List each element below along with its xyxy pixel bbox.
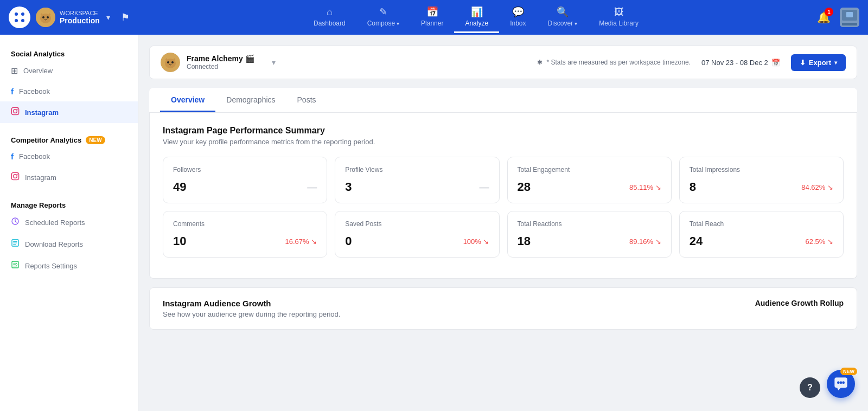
account-bar: Frame Alchemy 🎬 Connected ▾ ✱ * Stats ar… bbox=[149, 46, 857, 79]
svg-point-26 bbox=[171, 61, 174, 63]
export-button[interactable]: ⬇ Export ▾ bbox=[791, 54, 846, 71]
sidebar-section-manage-reports: Manage Reports bbox=[0, 197, 138, 211]
metric-card-total-engagement: Total Engagement 28 85.11% ↘ bbox=[507, 157, 672, 203]
metric-card-profile-views: Profile Views 3 — bbox=[335, 157, 499, 203]
overview-icon: ⊞ bbox=[11, 66, 18, 76]
sidebar-item-overview[interactable]: ⊞ Overview bbox=[0, 60, 138, 81]
date-range-picker[interactable]: 07 Nov 23 - 08 Dec 2 📅 bbox=[701, 59, 780, 67]
nav-item-inbox[interactable]: 💬 Inbox bbox=[499, 2, 537, 33]
audience-section: Instagram Audience Growth See how your a… bbox=[149, 287, 857, 330]
svg-point-1 bbox=[21, 12, 24, 16]
workspace-selector[interactable]: WORKSPACE Production ▾ bbox=[36, 8, 110, 27]
main-layout: Social Analytics ⊞ Overview f Facebook I… bbox=[0, 35, 868, 411]
sidebar-item-reports-settings[interactable]: Reports Settings bbox=[0, 255, 138, 277]
nav-item-dashboard[interactable]: ⌂ Dashboard bbox=[303, 2, 356, 33]
flag-icon[interactable]: ⚑ bbox=[121, 11, 130, 23]
account-info: Frame Alchemy 🎬 Connected bbox=[187, 54, 254, 70]
facebook-icon: f bbox=[11, 87, 14, 96]
svg-point-32 bbox=[842, 381, 845, 384]
comp-instagram-icon bbox=[11, 172, 20, 183]
top-navigation: WORKSPACE Production ▾ ⚑ ⌂ Dashboard ✎ C… bbox=[0, 0, 868, 35]
discover-icon: 🔍 bbox=[557, 6, 569, 18]
svg-point-0 bbox=[15, 12, 18, 16]
account-meta: ✱ * Stats are measured as per workspace … bbox=[537, 59, 691, 66]
help-bubble[interactable]: ? bbox=[800, 377, 820, 398]
nav-item-compose[interactable]: ✎ Compose ▾ bbox=[356, 2, 410, 33]
sidebar-item-facebook[interactable]: f Facebook bbox=[0, 81, 138, 101]
nav-item-discover[interactable]: 🔍 Discover ▾ bbox=[537, 2, 589, 33]
inbox-icon: 💬 bbox=[512, 6, 524, 18]
sidebar-section-social-analytics: Social Analytics bbox=[0, 46, 138, 60]
account-avatar bbox=[161, 53, 180, 72]
svg-rect-13 bbox=[846, 12, 853, 17]
help-icon: ? bbox=[807, 383, 813, 393]
notification-bell[interactable]: 🔔 1 bbox=[814, 8, 833, 27]
comp-facebook-icon: f bbox=[11, 152, 14, 161]
reports-settings-icon bbox=[11, 260, 20, 271]
nav-items: ⌂ Dashboard ✎ Compose ▾ 📅 Planner 📊 Anal… bbox=[138, 2, 814, 33]
tab-overview[interactable]: Overview bbox=[160, 88, 215, 112]
tab-demographics[interactable]: Demographics bbox=[215, 88, 286, 112]
analyze-icon: 📊 bbox=[471, 6, 483, 18]
account-chevron-icon: ▾ bbox=[272, 58, 276, 67]
nav-right-actions: 🔔 1 bbox=[814, 8, 859, 27]
svg-point-25 bbox=[167, 61, 169, 63]
sidebar-section-competitor-analytics: Competitor Analytics NEW bbox=[0, 132, 138, 146]
account-selector[interactable]: Frame Alchemy 🎬 Connected ▾ bbox=[161, 53, 537, 72]
workspace-chevron-icon[interactable]: ▾ bbox=[106, 13, 110, 22]
download-reports-icon bbox=[11, 239, 20, 249]
workspace-info: WORKSPACE Production bbox=[60, 10, 100, 25]
svg-point-31 bbox=[840, 381, 843, 384]
svg-point-3 bbox=[21, 19, 24, 22]
performance-section-title: Instagram Page Performance Summary bbox=[163, 126, 844, 136]
notification-badge: 1 bbox=[825, 8, 833, 16]
svg-point-6 bbox=[42, 16, 44, 18]
metric-card-total-reach: Total Reach 24 62.5% ↘ bbox=[679, 211, 844, 258]
metric-card-total-reactions: Total Reactions 18 89.16% ↘ bbox=[507, 211, 672, 258]
sidebar-item-download-reports[interactable]: Download Reports bbox=[0, 233, 138, 255]
workspace-avatar bbox=[36, 8, 55, 27]
svg-rect-17 bbox=[11, 172, 18, 179]
main-content: Frame Alchemy 🎬 Connected ▾ ✱ * Stats ar… bbox=[138, 35, 868, 411]
audience-section-title: Instagram Audience Growth bbox=[163, 299, 340, 308]
svg-point-7 bbox=[47, 16, 49, 18]
content-area: Instagram Page Performance Summary View … bbox=[149, 113, 857, 279]
metrics-grid-row2: Comments 10 16.67% ↘ Saved Posts 0 100% … bbox=[163, 211, 844, 258]
scheduled-reports-icon bbox=[11, 217, 20, 228]
compose-chevron-icon: ▾ bbox=[397, 21, 399, 27]
metric-card-saved-posts: Saved Posts 0 100% ↘ bbox=[335, 211, 499, 258]
svg-point-18 bbox=[14, 175, 17, 178]
nav-item-planner[interactable]: 📅 Planner bbox=[410, 2, 454, 33]
dashboard-icon: ⌂ bbox=[327, 7, 333, 18]
discover-chevron-icon: ▾ bbox=[575, 21, 577, 27]
svg-point-2 bbox=[15, 19, 18, 22]
export-chevron-icon: ▾ bbox=[834, 60, 837, 66]
nav-item-media-library[interactable]: 🖼 Media Library bbox=[588, 2, 649, 33]
svg-point-30 bbox=[837, 381, 840, 384]
instagram-icon bbox=[11, 107, 20, 118]
tab-posts[interactable]: Posts bbox=[286, 88, 327, 112]
performance-section-subtitle: View your key profile performance metric… bbox=[163, 138, 844, 146]
audience-section-subtitle: See how your audience grew during the re… bbox=[163, 310, 340, 318]
svg-point-16 bbox=[17, 108, 18, 110]
metric-card-comments: Comments 10 16.67% ↘ bbox=[163, 211, 327, 258]
audience-left: Instagram Audience Growth See how your a… bbox=[163, 299, 340, 318]
planner-icon: 📅 bbox=[426, 6, 438, 18]
timezone-star-icon: ✱ bbox=[537, 59, 542, 66]
svg-point-19 bbox=[17, 174, 18, 175]
sidebar-item-comp-instagram[interactable]: Instagram bbox=[0, 166, 138, 188]
compose-icon: ✎ bbox=[379, 6, 387, 18]
sidebar-item-comp-facebook[interactable]: f Facebook bbox=[0, 146, 138, 166]
calendar-icon: 📅 bbox=[771, 59, 780, 67]
app-logo[interactable] bbox=[9, 7, 30, 28]
competitor-analytics-badge: NEW bbox=[86, 136, 105, 144]
nav-item-analyze[interactable]: 📊 Analyze bbox=[454, 2, 499, 33]
sidebar-item-scheduled-reports[interactable]: Scheduled Reports bbox=[0, 211, 138, 233]
media-library-icon: 🖼 bbox=[614, 7, 624, 18]
svg-rect-14 bbox=[11, 107, 18, 114]
tabs-bar: Overview Demographics Posts bbox=[149, 88, 857, 113]
chat-bot-bubble[interactable]: NEW bbox=[827, 370, 855, 398]
sidebar-item-instagram[interactable]: Instagram bbox=[0, 101, 138, 123]
metric-card-followers: Followers 49 — bbox=[163, 157, 327, 203]
user-avatar[interactable] bbox=[840, 8, 859, 27]
